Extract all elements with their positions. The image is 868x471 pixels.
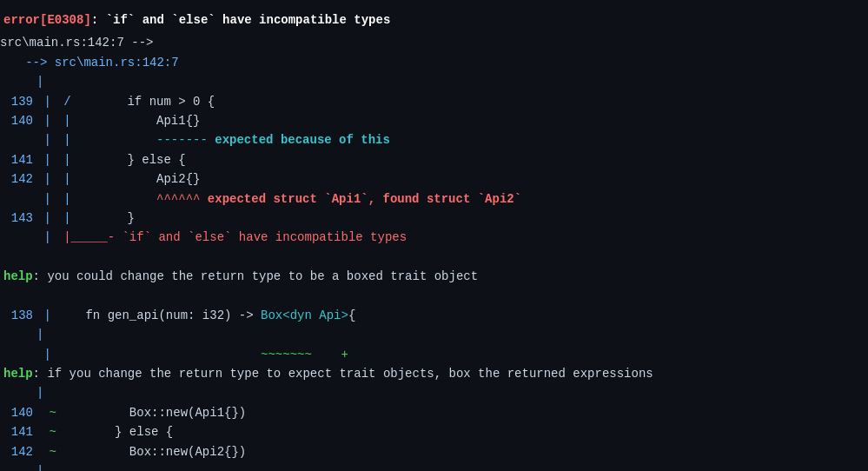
annotation-suggest: | ~~~~~~~ + [0, 345, 868, 364]
gutter-pipe-3: | [0, 383, 868, 402]
tilde-line-140: 140 ~ Box::new(Api1{}) [0, 403, 868, 422]
annotation-expected: | | ------- expected because of this [0, 130, 868, 149]
gutter-pipe-2: | [0, 325, 868, 344]
gutter-pipe-4: | [0, 461, 868, 471]
file-path-line: --> src\main.rs:142:7 [0, 53, 868, 72]
empty-1 [0, 248, 868, 267]
code-line-142: 142 | | Api2{} [0, 169, 868, 189]
code-line-138: 138 | fn gen_api(num: i32) -> Box<dyn Ap… [0, 306, 868, 325]
error-code: error[E0308] [3, 10, 91, 30]
gutter-pipe-1: | [0, 72, 868, 91]
tilde-line-142: 142 ~ Box::new(Api2{}) [0, 442, 868, 461]
tilde-line-141: 141 ~ } else { [0, 422, 868, 441]
annotation-error: | | ^^^^^^ expected struct `Api1`, found… [0, 189, 868, 209]
help-line-2: help: if you change the return type to e… [0, 364, 868, 383]
code-line-143: 143 | | } [0, 209, 868, 228]
terminal: error[E0308]: `if` and `else` have incom… [0, 0, 868, 471]
code-line-139: 139 | / if num > 0 { [0, 92, 868, 111]
help-line-1: help: you could change the return type t… [0, 267, 868, 286]
code-line-140: 140 | | Api1{} [0, 111, 868, 130]
error-header-line: error[E0308]: `if` and `else` have incom… [0, 7, 868, 33]
empty-2 [0, 286, 868, 305]
annotation-incompatible: | |_____- `if` and `else` have incompati… [0, 228, 868, 247]
code-line-141: 141 | | } else { [0, 150, 868, 169]
